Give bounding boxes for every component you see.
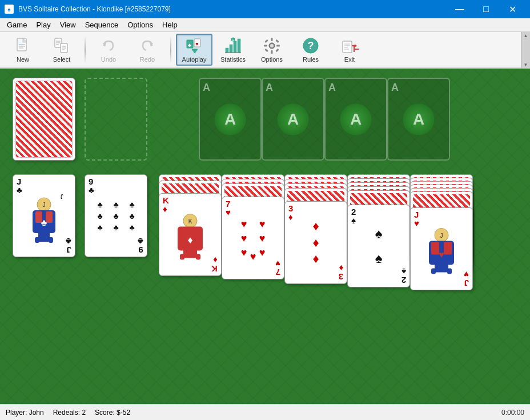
foundation-3-label: A [328, 82, 336, 94]
window-title: BVS Solitaire Collection - Klondike [#25… [18, 5, 171, 13]
exit-label: Exit [344, 56, 355, 63]
title-left: ♠ BVS Solitaire Collection - Klondike [#… [5, 5, 171, 14]
svg-rect-62 [180, 254, 184, 259]
statistics-button[interactable]: A Statistics [215, 34, 251, 66]
svg-text:♦: ♦ [187, 234, 192, 245]
svg-text:J: J [61, 194, 63, 199]
foundation-4-circle: A [403, 103, 435, 135]
menu-game[interactable]: Game [2, 19, 31, 31]
svg-rect-61 [183, 247, 197, 258]
svg-rect-55 [49, 237, 53, 243]
autoplay-button[interactable]: ♣ ♥ Autoplay [176, 34, 212, 66]
svg-rect-70 [435, 262, 448, 272]
autoplay-icon: ♣ ♥ [185, 37, 203, 55]
exit-button[interactable]: Exit [331, 34, 368, 66]
svg-rect-21 [230, 45, 232, 53]
svg-rect-22 [234, 41, 236, 53]
options-label: Options [261, 56, 283, 63]
rules-label: Rules [303, 56, 319, 63]
toolbar-sep-2 [170, 36, 171, 63]
new-label: New [17, 56, 29, 63]
minimize-button[interactable]: — [447, 0, 473, 18]
foundation-1-circle: A [215, 103, 246, 135]
svg-rect-36 [275, 49, 279, 52]
waste-pile[interactable] [85, 78, 147, 161]
svg-rect-63 [196, 254, 200, 259]
svg-text:♥: ♥ [439, 249, 444, 259]
svg-rect-31 [264, 45, 267, 47]
select-icon [53, 37, 71, 55]
menu-play[interactable]: Play [31, 19, 55, 31]
options-button[interactable]: Options [254, 34, 290, 66]
undo-label: Undo [101, 56, 116, 63]
menu-bar: Game Play View Sequence Options Help [0, 18, 530, 32]
svg-rect-29 [271, 38, 273, 41]
new-icon [14, 37, 32, 55]
tableau-col-5-card-face[interactable]: 3♦ ♦ ♦ ♦ 3♦ [284, 201, 347, 284]
svg-marker-46 [355, 44, 357, 47]
svg-text:♣: ♣ [41, 218, 47, 227]
foundation-1-label: A [203, 82, 210, 94]
rules-icon: ? [302, 37, 320, 55]
redo-label: Redo [140, 56, 155, 63]
foundation-4-label: A [391, 82, 399, 94]
tableau-col-6-card-face[interactable]: 2♠ ♠ ♠ 2♠ [347, 205, 410, 287]
title-bar: ♠ BVS Solitaire Collection - Klondike [#… [0, 0, 530, 18]
svg-rect-33 [264, 39, 268, 43]
player-status: Player: John [6, 409, 44, 417]
close-button[interactable]: ✕ [499, 0, 525, 18]
redo-icon [138, 37, 156, 55]
foundation-3[interactable]: A A [324, 78, 387, 161]
tableau-col-1-card-1[interactable]: J♣ J ♣ J J♣ [13, 174, 75, 257]
svg-text:♥: ♥ [195, 41, 198, 47]
svg-point-28 [270, 44, 274, 47]
status-left: Player: John Redeals: 2 Score: $-52 [6, 409, 130, 417]
svg-rect-54 [35, 237, 39, 243]
tableau-col-7-card-face[interactable]: J♥ J ♥ J♥ [410, 207, 473, 290]
status-bar: Player: John Redeals: 2 Score: $-52 0:00… [0, 404, 530, 420]
time-display: 0:00:00 [501, 409, 524, 417]
foundation-2-label: A [266, 82, 273, 94]
maximize-button[interactable]: □ [473, 0, 499, 18]
toolbar-sep-1 [85, 36, 86, 63]
menu-help[interactable]: Help [158, 19, 182, 31]
svg-text:J: J [440, 232, 443, 238]
svg-text:?: ? [308, 40, 314, 51]
undo-icon [99, 37, 118, 55]
foundation-1[interactable]: A A [199, 78, 262, 161]
select-button[interactable]: Select [43, 34, 80, 66]
tableau-col-3-card-face[interactable]: K♦ K ♦ K♦ [159, 193, 222, 276]
redo-button[interactable]: Redo [129, 34, 166, 66]
toolbar: New Select Undo [0, 32, 530, 69]
game-area[interactable]: A A A A A A A A J♣ J ♣ [0, 69, 530, 404]
menu-sequence[interactable]: Sequence [81, 19, 123, 31]
toolbar-scrollbar[interactable]: ▲ ▼ [521, 32, 530, 69]
svg-rect-23 [238, 39, 240, 53]
stock-pile[interactable] [13, 78, 75, 161]
foundation-4[interactable]: A A [387, 78, 450, 161]
tableau-col-2-card-1[interactable]: 9♣ ♣ ♣ ♣ ♣ ♣ ♣ ♣ ♣ ♣ 9♣ [85, 174, 147, 257]
timer-status: 0:00:00 [501, 409, 524, 417]
svg-text:A: A [232, 39, 234, 42]
redeals-status: Redeals: 2 [53, 409, 86, 417]
svg-text:K: K [188, 218, 192, 224]
svg-rect-66 [431, 242, 439, 254]
foundation-2[interactable]: A A [262, 78, 324, 161]
menu-view[interactable]: View [55, 19, 81, 31]
options-icon [263, 37, 281, 55]
score-status: Score: $-52 [95, 409, 130, 417]
exit-icon [340, 37, 359, 55]
svg-marker-19 [192, 49, 198, 53]
app-icon: ♠ [5, 5, 14, 14]
new-button[interactable]: New [5, 34, 41, 66]
select-label: Select [53, 56, 71, 63]
statistics-label: Statistics [220, 56, 246, 63]
rules-button[interactable]: ? Rules [292, 34, 329, 66]
menu-options[interactable]: Options [123, 19, 158, 31]
tableau-col-4-card-face[interactable]: 7♥ ♥ ♥ ♥ ♥ ♥ ♥ ♥ 7♥ [222, 197, 284, 279]
statistics-icon: A [224, 37, 242, 55]
undo-button[interactable]: Undo [90, 34, 127, 66]
svg-rect-72 [447, 268, 452, 274]
svg-text:♣: ♣ [188, 42, 191, 48]
svg-rect-34 [275, 39, 279, 43]
